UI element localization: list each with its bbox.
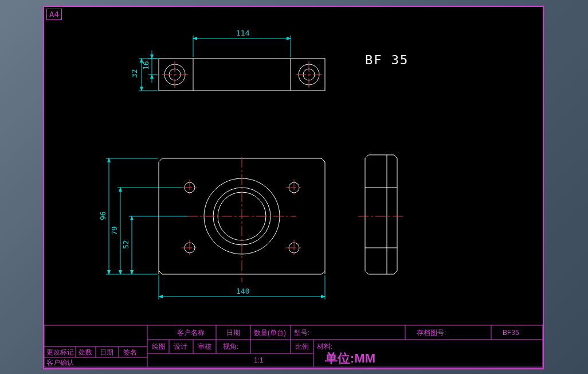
tb-rev-sign: 签名 [123, 348, 137, 356]
top-view: 114 32 16 [130, 29, 325, 91]
title-block: 更改标记 处数 日期 签名 客户确认 客户名称 日期 数量(单台) 型号: 存档… [44, 325, 543, 367]
tb-rev-cnt: 处数 [79, 348, 92, 356]
dim-top-hole-offset: 16 [142, 61, 150, 70]
tb-drawn: 绘图 [152, 342, 166, 350]
part-label: BF 35 [365, 53, 409, 67]
tb-material: 材料: [316, 342, 332, 350]
tb-cust-name: 客户名称 [177, 329, 205, 337]
tb-scale: 比例 [295, 342, 309, 350]
tb-rev-date: 日期 [100, 348, 113, 356]
tb-rev-mark: 更改标记 [46, 348, 74, 356]
dim-top-width: 114 [236, 29, 250, 37]
tb-unit: 单位:MM [324, 351, 375, 365]
dim-front-width: 140 [236, 287, 249, 295]
drawing-sheet: A4 [43, 6, 544, 369]
tb-design: 设计 [174, 342, 187, 350]
tb-archive-val: BF35 [503, 329, 519, 337]
tb-view: 视角: [223, 342, 238, 350]
tb-qty: 数量(单台) [254, 329, 286, 337]
dim-front-height: 96 [99, 211, 107, 220]
dim-front-bolt-v: 79 [110, 226, 119, 235]
drawing-svg: 114 32 16 BF 35 [44, 7, 543, 368]
dim-top-height: 32 [130, 69, 139, 78]
dim-front-bore-ctr: 52 [121, 240, 130, 249]
front-view: 140 96 79 52 [99, 157, 325, 299]
tb-model: 型号: [294, 329, 309, 337]
tb-cust-confirm: 客户确认 [46, 359, 74, 367]
tb-scale-val: 1:1 [254, 356, 264, 364]
tb-check: 审核 [198, 342, 211, 350]
side-view [358, 155, 404, 274]
tb-archive: 存档图号: [417, 329, 446, 337]
tb-date: 日期 [226, 329, 240, 337]
